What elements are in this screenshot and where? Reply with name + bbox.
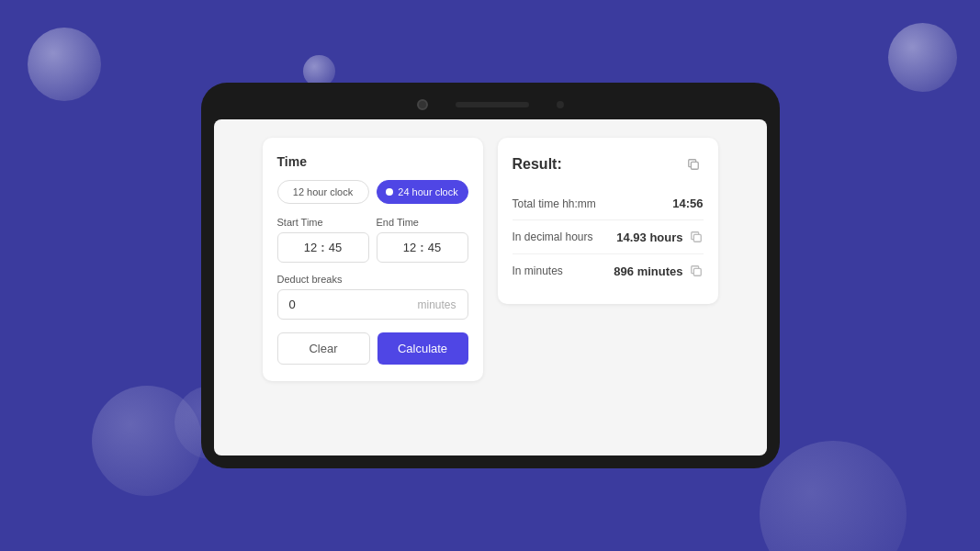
end-time-input[interactable]: 12 : 45 <box>377 232 468 263</box>
copy-minutes-button[interactable] <box>689 264 704 278</box>
clock-24-button[interactable]: 24 hour clock <box>377 180 468 204</box>
result-title: Result: <box>513 156 562 173</box>
decimal-value: 14.93 hours <box>616 231 682 244</box>
speaker-grill <box>456 102 529 107</box>
minutes-label: In minutes <box>513 264 563 277</box>
result-row-decimal: In decimal hours 14.93 hours <box>513 220 704 254</box>
hhmm-value: 14:56 <box>672 197 703 210</box>
decimal-label: In decimal hours <box>513 231 593 243</box>
hhmm-label: Total time hh:mm <box>513 197 596 210</box>
result-card: Result: Total time hh:mm 14:56 In decima… <box>498 138 718 304</box>
tablet-screen: Time 12 hour clock 24 hour clock Start T… <box>214 119 767 455</box>
svg-rect-0 <box>691 162 698 169</box>
clear-button[interactable]: Clear <box>277 332 370 365</box>
decorative-sphere-1 <box>28 28 101 101</box>
clock-12-button[interactable]: 12 hour clock <box>277 180 369 204</box>
toggle-dot-icon <box>386 188 393 196</box>
start-time-label: Start Time <box>277 217 369 228</box>
result-row-hhmm: Total time hh:mm 14:56 <box>513 187 704 220</box>
deduct-suffix: minutes <box>417 298 456 311</box>
clock-24-label: 24 hour clock <box>398 186 457 197</box>
deduct-breaks-label: Deduct breaks <box>277 274 468 285</box>
copy-decimal-button[interactable] <box>689 230 704 244</box>
minutes-value: 896 minutes <box>614 264 682 278</box>
svg-rect-2 <box>693 268 701 276</box>
start-min-value: 45 <box>329 241 342 254</box>
decorative-sphere-4 <box>92 386 202 496</box>
hhmm-right: 14:56 <box>672 197 703 210</box>
decorative-sphere-3 <box>888 23 957 92</box>
copy-minutes-icon <box>690 264 703 277</box>
result-header: Result: <box>513 154 704 174</box>
start-time-group: Start Time 12 : 45 <box>277 217 369 263</box>
start-hour-value: 12 <box>304 241 317 254</box>
decorative-sphere-6 <box>760 441 907 551</box>
action-buttons: Clear Calculate <box>277 332 468 365</box>
result-row-minutes: In minutes 896 minutes <box>513 254 704 287</box>
tablet-top-bar <box>214 99 767 110</box>
time-colon-2: : <box>420 241 423 254</box>
minutes-right: 896 minutes <box>614 264 703 278</box>
copy-decimal-icon <box>690 231 703 243</box>
tablet-device: Time 12 hour clock 24 hour clock Start T… <box>201 83 780 468</box>
time-inputs-row: Start Time 12 : 45 End Time 12 : 45 <box>277 217 468 263</box>
clock-12-label: 12 hour clock <box>293 186 353 197</box>
end-time-label: End Time <box>377 217 468 228</box>
time-card-title: Time <box>277 154 468 169</box>
copy-all-icon <box>687 158 700 171</box>
svg-rect-1 <box>693 234 701 242</box>
end-hour-value: 12 <box>403 241 416 254</box>
end-min-value: 45 <box>428 241 441 254</box>
camera-lens <box>417 99 428 110</box>
deduct-breaks-input[interactable]: 0 minutes <box>277 289 468 320</box>
camera-right <box>557 101 564 108</box>
copy-all-button[interactable] <box>683 154 704 174</box>
time-colon-1: : <box>321 241 324 254</box>
time-calculator-card: Time 12 hour clock 24 hour clock Start T… <box>263 138 483 381</box>
end-time-group: End Time 12 : 45 <box>377 217 468 263</box>
clock-toggle-group: 12 hour clock 24 hour clock <box>277 180 468 204</box>
deduct-value: 0 <box>289 298 296 311</box>
calculate-button[interactable]: Calculate <box>377 332 468 365</box>
decimal-right: 14.93 hours <box>616 230 703 244</box>
start-time-input[interactable]: 12 : 45 <box>277 232 369 263</box>
